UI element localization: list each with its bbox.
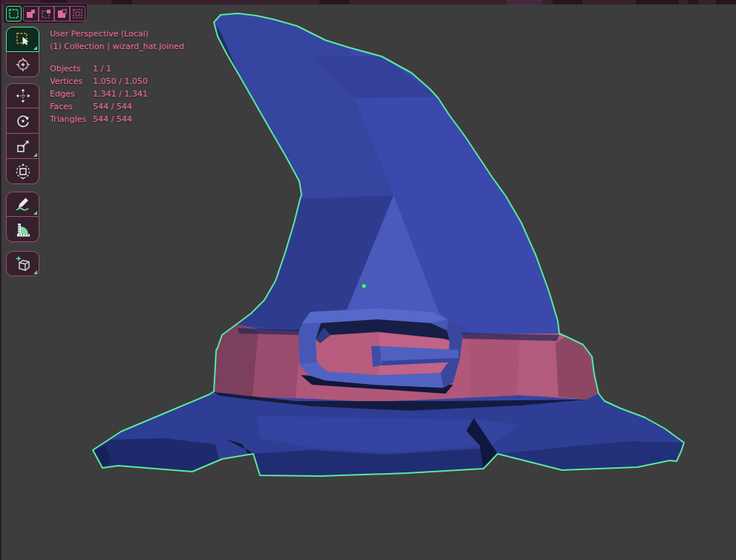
move-icon bbox=[14, 87, 32, 105]
mode-intersect-icon bbox=[72, 8, 83, 19]
view-perspective-label: User Perspective (Local) bbox=[50, 28, 149, 39]
band-top-shadow bbox=[238, 328, 559, 341]
hat-brim bbox=[93, 394, 684, 476]
stats-faces-label: Faces bbox=[50, 101, 73, 112]
buckle-hole-bright bbox=[379, 333, 449, 375]
brim-center-rim-facet bbox=[253, 449, 483, 476]
hat-cone bbox=[93, 13, 684, 476]
brim-left-rim-facet bbox=[93, 438, 219, 472]
tip-shadow-facet bbox=[214, 22, 302, 223]
cone-bump-facet bbox=[312, 56, 438, 98]
cone-right-facet bbox=[349, 48, 559, 334]
blender-3d-viewport: { "window": { "bg_color": "#3d3d3d", "to… bbox=[0, 0, 736, 560]
buckle-top-facet bbox=[302, 308, 448, 323]
select-mode-extend-button[interactable] bbox=[23, 6, 39, 22]
hat-band bbox=[214, 325, 599, 402]
stats-faces-value: 544 / 544 bbox=[93, 101, 132, 112]
scale-icon bbox=[14, 137, 32, 155]
window-top-strip bbox=[0, 0, 736, 4]
cone-left-facet bbox=[236, 195, 394, 331]
stats-triangles-label: Triangles bbox=[50, 114, 86, 125]
tool-cursor[interactable] bbox=[6, 52, 39, 77]
band-far-right-facet bbox=[556, 336, 599, 400]
tool-settings-header bbox=[3, 3, 88, 24]
annotate-pencil-icon bbox=[14, 195, 32, 213]
mode-subtract-icon bbox=[41, 8, 52, 19]
rotate-icon bbox=[14, 112, 32, 130]
brim-right-crevice bbox=[466, 418, 498, 469]
mode-extend-icon bbox=[25, 8, 36, 19]
mode-set-icon bbox=[8, 8, 19, 19]
submenu-indicator bbox=[33, 153, 37, 157]
buckle-hole bbox=[316, 319, 449, 375]
tool-rotate[interactable] bbox=[6, 108, 39, 134]
select-mode-intersect-button[interactable] bbox=[70, 6, 85, 22]
tool-transform[interactable] bbox=[6, 159, 39, 184]
buckle-inner-bevel bbox=[316, 328, 330, 343]
strap-bar bbox=[380, 346, 459, 365]
submenu-indicator bbox=[33, 46, 37, 50]
select-box-icon bbox=[14, 30, 32, 48]
submenu-indicator bbox=[33, 211, 37, 215]
object-origin-dot bbox=[362, 284, 366, 288]
select-mode-subtract-button[interactable] bbox=[39, 6, 54, 22]
stats-vertices-value: 1,050 / 1,050 bbox=[93, 76, 148, 87]
select-mode-invert-button[interactable] bbox=[54, 6, 70, 22]
cursor-3d-icon bbox=[14, 56, 32, 74]
active-object-breadcrumb: (1) Collection | wizard_hat.Joined bbox=[50, 41, 184, 52]
add-cube-icon bbox=[14, 255, 32, 273]
stats-objects-label: Objects bbox=[50, 63, 81, 74]
tool-measure[interactable] bbox=[6, 217, 39, 242]
band-left-facet bbox=[253, 331, 301, 398]
strap-bar-edge bbox=[382, 358, 459, 365]
brim-right-rim-facet bbox=[498, 441, 684, 470]
stats-edges-value: 1,341 / 1,341 bbox=[93, 88, 148, 100]
brim-left-end-facet bbox=[93, 446, 111, 468]
band-left-dark-facet bbox=[214, 325, 258, 397]
buckle-frame bbox=[299, 308, 463, 388]
band-right-bright-facet bbox=[517, 333, 566, 397]
measure-ruler-icon bbox=[14, 221, 32, 238]
buckle-right-facet bbox=[440, 319, 463, 388]
transform-icon bbox=[14, 163, 32, 180]
window-left-edge bbox=[0, 0, 1, 560]
tool-move[interactable] bbox=[6, 83, 39, 108]
stats-vertices-label: Vertices bbox=[50, 76, 82, 87]
band-bottom-shadow bbox=[214, 392, 594, 411]
strap-left-tab bbox=[371, 346, 382, 367]
brim-left-crevice bbox=[225, 439, 261, 475]
tool-add-cube[interactable] bbox=[6, 251, 39, 276]
tool-scale[interactable] bbox=[6, 134, 39, 159]
collar-chip bbox=[371, 313, 447, 327]
cone-front-triangle bbox=[347, 195, 440, 315]
select-mode-set-button[interactable] bbox=[6, 6, 22, 22]
mode-invert-icon bbox=[56, 8, 68, 19]
selection-outline bbox=[93, 13, 684, 476]
band-right-facet bbox=[468, 334, 520, 397]
viewport-toolbar bbox=[6, 27, 39, 276]
submenu-indicator bbox=[33, 270, 37, 274]
buckle-bottom-facet bbox=[299, 362, 443, 388]
buckle-shadow bbox=[301, 375, 453, 394]
stats-triangles-value: 544 / 544 bbox=[93, 114, 132, 125]
tool-select-box[interactable] bbox=[6, 27, 39, 52]
buckle-inner-shadow bbox=[316, 319, 449, 343]
brim-center-facet bbox=[256, 416, 520, 453]
tool-annotate[interactable] bbox=[6, 192, 39, 217]
stats-objects-value: 1 / 1 bbox=[93, 63, 111, 74]
stats-edges-label: Edges bbox=[50, 88, 74, 100]
